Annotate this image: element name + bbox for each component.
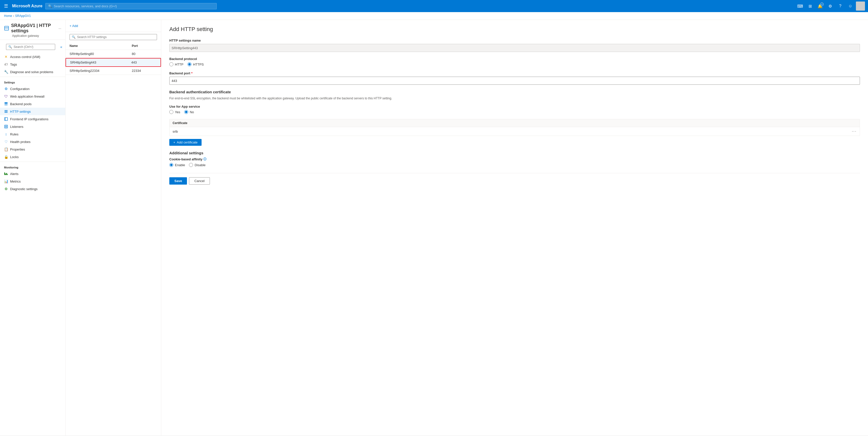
backend-port-input[interactable]	[169, 77, 860, 85]
add-certificate-button[interactable]: + Add certificate	[169, 139, 202, 146]
access-control-icon: ✕	[4, 55, 8, 59]
sidebar-item-label: Rules	[10, 133, 19, 136]
sidebar-item-configuration[interactable]: ⚙ Configuration	[0, 85, 65, 92]
breadcrumb-separator-1: ›	[13, 14, 14, 18]
table-row[interactable]: SRHttpSetting443 443	[65, 58, 161, 67]
affinity-disable-option[interactable]: Disable	[189, 163, 205, 167]
sidebar-item-diagnose[interactable]: 🔧 Diagnose and solve problems	[0, 68, 65, 76]
sidebar-resource-title: SRAppGV1 | HTTP settings	[11, 23, 56, 33]
notifications-icon[interactable]: 🔔 4	[815, 1, 825, 10]
sidebar-collapse-button[interactable]: «	[59, 45, 63, 50]
properties-icon: 📋	[4, 147, 8, 151]
main-content: + Add 🔍 Name Port SRHttpSetting80 80	[65, 20, 868, 436]
sidebar-item-label: Access control (IAM)	[10, 55, 40, 59]
http-settings-table: Name Port SRHttpSetting80 80 SRHttpSetti…	[65, 42, 161, 436]
hamburger-menu-icon[interactable]: ☰	[3, 2, 9, 10]
search-input[interactable]	[54, 4, 214, 8]
sidebar-search-box[interactable]: 🔍	[6, 44, 55, 50]
http-settings-name-label: HTTP settings name	[169, 38, 860, 42]
breadcrumb-resource[interactable]: SRAppGV1	[15, 14, 31, 18]
sidebar-resource-type: Application gateway	[4, 34, 61, 37]
sidebar-more-icon[interactable]: ···	[58, 27, 61, 30]
tags-icon: 🏷	[4, 62, 8, 66]
cloud-shell-icon[interactable]: ⌨	[796, 1, 805, 10]
sidebar-item-label: Locks	[10, 155, 19, 159]
sidebar-navigation: ✕ Access control (IAM) 🏷 Tags 🔧 Diagnose…	[0, 53, 65, 436]
sidebar-item-backend-pools[interactable]: Backend pools	[0, 100, 65, 108]
topnav-icons-group: ⌨ ⊞ 🔔 4 ⚙ ? ☺	[796, 1, 865, 10]
svg-rect-13	[5, 174, 6, 175]
svg-rect-15	[7, 174, 8, 175]
add-http-setting-panel: Add HTTP setting HTTP settings name Back…	[161, 20, 868, 436]
backend-port-label: Backend port *	[169, 71, 860, 75]
backend-protocol-group: Backend protocol HTTP HTTPS	[169, 57, 860, 66]
app-service-yes-radio[interactable]	[169, 110, 173, 114]
settings-gear-icon[interactable]: ⚙	[826, 1, 835, 10]
http-settings-name-input[interactable]	[169, 44, 860, 52]
app-service-yes-option[interactable]: Yes	[169, 110, 180, 114]
sidebar-search-row: 🔍 «	[0, 40, 65, 53]
monitoring-section-header: Monitoring	[0, 163, 65, 170]
sidebar-item-label: Alerts	[10, 172, 19, 176]
row-port: 80	[132, 52, 152, 56]
resource-icon	[4, 25, 9, 31]
sidebar-item-http-settings[interactable]: HTTP settings	[0, 108, 65, 115]
help-icon[interactable]: ?	[836, 1, 845, 10]
protocol-https-option[interactable]: HTTPS	[187, 62, 204, 66]
sidebar-item-locks[interactable]: 🔒 Locks	[0, 153, 65, 161]
sidebar-item-tags[interactable]: 🏷 Tags	[0, 60, 65, 68]
list-search-input[interactable]	[77, 35, 155, 39]
affinity-disable-radio[interactable]	[189, 163, 193, 167]
nav-divider-1	[0, 77, 65, 77]
sidebar-item-properties[interactable]: 📋 Properties	[0, 145, 65, 153]
notification-badge: 4	[820, 2, 824, 6]
health-probes-icon: ♡	[4, 140, 8, 144]
add-certificate-icon: +	[173, 141, 175, 144]
cookie-affinity-radio-group: Enable Disable	[169, 163, 860, 167]
portal-settings-icon[interactable]: ⊞	[806, 1, 814, 10]
table-row[interactable]: SRHttpSetting80 80	[65, 50, 161, 58]
affinity-enable-radio[interactable]	[169, 163, 173, 167]
affinity-enable-option[interactable]: Enable	[169, 163, 185, 167]
sidebar-item-diagnostic-settings[interactable]: ⚙ Diagnostic settings	[0, 185, 65, 193]
sidebar-item-waf[interactable]: 🛡 Web application firewall	[0, 92, 65, 100]
http-settings-name-group: HTTP settings name	[169, 38, 860, 52]
sidebar-item-frontend-ip[interactable]: Frontend IP configurations	[0, 115, 65, 123]
user-avatar[interactable]	[856, 1, 865, 10]
sidebar-item-label: Frontend IP configurations	[10, 117, 49, 121]
sidebar-item-label: Diagnose and solve problems	[10, 70, 53, 74]
affinity-disable-label: Disable	[194, 163, 205, 167]
app-service-no-radio[interactable]	[184, 110, 188, 114]
certificate-more-button[interactable]: ···	[852, 129, 857, 134]
list-toolbar: + Add	[65, 20, 161, 32]
sidebar-item-health-probes[interactable]: ♡ Health probes	[0, 138, 65, 145]
breadcrumb-home[interactable]: Home	[4, 14, 12, 18]
list-search-box[interactable]: 🔍	[69, 34, 157, 40]
save-button[interactable]: Save	[169, 177, 187, 184]
app-service-no-option[interactable]: No	[184, 110, 194, 114]
diagnose-icon: 🔧	[4, 70, 8, 74]
sidebar-search-icon: 🔍	[8, 45, 12, 49]
global-search-box[interactable]: 🔍	[45, 3, 217, 9]
sidebar-item-rules[interactable]: ↕ Rules	[0, 130, 65, 138]
metrics-icon: 📊	[4, 179, 8, 183]
column-header-port: Port	[132, 44, 152, 48]
svg-rect-3	[4, 103, 7, 104]
protocol-http-option[interactable]: HTTP	[169, 62, 183, 66]
protocol-http-radio[interactable]	[169, 62, 173, 66]
sidebar-item-metrics[interactable]: 📊 Metrics	[0, 177, 65, 185]
feedback-icon[interactable]: ☺	[846, 1, 855, 10]
sidebar-item-access-control[interactable]: ✕ Access control (IAM)	[0, 53, 65, 60]
sidebar-item-label: Health probes	[10, 140, 30, 144]
sidebar-search-input[interactable]	[13, 45, 53, 49]
sidebar-item-listeners[interactable]: Listeners	[0, 123, 65, 130]
add-http-setting-button[interactable]: + Add	[69, 23, 78, 29]
sidebar-item-label: HTTP settings	[10, 110, 31, 114]
protocol-https-radio[interactable]	[187, 62, 191, 66]
sidebar-item-alerts[interactable]: Alerts	[0, 170, 65, 177]
search-icon: 🔍	[48, 4, 52, 8]
svg-rect-0	[4, 26, 8, 30]
cancel-button[interactable]: Cancel	[189, 177, 210, 184]
table-header: Name Port	[65, 42, 161, 50]
table-row[interactable]: SRHttpSetting22334 22334	[65, 67, 161, 75]
